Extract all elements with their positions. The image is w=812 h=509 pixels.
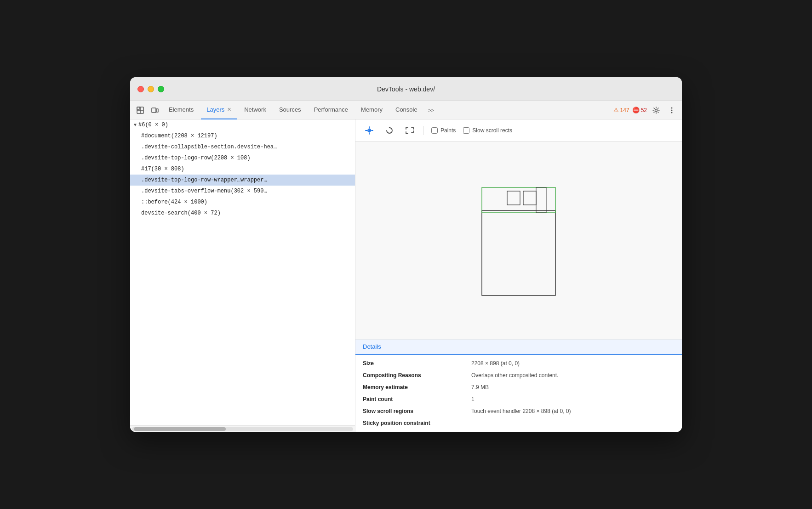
tab-console[interactable]: Console <box>390 101 423 119</box>
layer-text: .devsite-tabs-overflow-menu(302 × 590… <box>141 188 267 194</box>
details-panel: Details Size 2208 × 898 (at 0, 0) Compos… <box>355 339 682 432</box>
toolbar-separator <box>423 126 424 135</box>
layer-visualization <box>473 183 565 298</box>
maximize-button[interactable] <box>158 86 164 92</box>
traffic-lights <box>137 86 164 92</box>
layer-svg <box>473 183 565 298</box>
svg-rect-11 <box>507 191 520 205</box>
horizontal-scrollbar[interactable] <box>130 425 355 432</box>
paints-label: Paints <box>440 127 456 134</box>
scrollbar-thumb[interactable] <box>134 427 226 431</box>
tab-network[interactable]: Network <box>239 101 272 119</box>
right-panel: Paints Slow scroll rects <box>355 119 682 432</box>
svg-rect-13 <box>536 187 546 213</box>
layer-item-top-logo-row[interactable]: .devsite-top-logo-row(2208 × 108) <box>130 153 355 164</box>
layer-text: #document(2208 × 12197) <box>141 133 217 139</box>
layer-item-before[interactable]: ::before(424 × 1000) <box>130 197 355 208</box>
titlebar: DevTools - web.dev/ <box>130 77 682 101</box>
warning-badge-button[interactable]: ⚠ 147 <box>613 107 629 113</box>
rotate-tool-button[interactable] <box>383 124 396 137</box>
scrollbar-track <box>132 427 353 431</box>
svg-point-4 <box>655 109 658 111</box>
svg-rect-12 <box>523 191 536 205</box>
tab-performance[interactable]: Performance <box>309 101 354 119</box>
more-options-button[interactable] <box>665 104 678 117</box>
tab-bar: Elements Layers ✕ Network Sources Perfor… <box>130 101 682 119</box>
svg-point-7 <box>671 112 673 113</box>
tab-layers[interactable]: Layers ✕ <box>201 101 237 119</box>
inspect-icon-button[interactable] <box>134 104 147 117</box>
window-title: DevTools - web.dev/ <box>377 85 435 93</box>
devtools-content: Elements Layers ✕ Network Sources Perfor… <box>130 101 682 432</box>
svg-rect-1 <box>137 107 143 113</box>
pan-icon <box>365 126 373 135</box>
layer-text: #17(30 × 808) <box>141 166 184 172</box>
detail-value-compositing: Overlaps other composited content. <box>471 372 675 379</box>
device-toggle-button[interactable] <box>149 104 161 117</box>
slow-scroll-checkbox[interactable] <box>463 127 469 134</box>
detail-value-paint-count: 1 <box>471 396 675 402</box>
close-button[interactable] <box>137 86 144 92</box>
layer-text: .devsite-top-logo-row(2208 × 108) <box>141 155 251 161</box>
paints-checkbox[interactable] <box>431 127 438 134</box>
rotate-icon <box>385 126 394 135</box>
layer-item-collapsible[interactable]: .devsite-collapsible-section.devsite-hea… <box>130 141 355 153</box>
layer-text: devsite-search(400 × 72) <box>141 210 221 216</box>
pan-tool-button[interactable] <box>363 124 376 137</box>
svg-point-6 <box>671 109 673 111</box>
tab-elements[interactable]: Elements <box>163 101 199 119</box>
gear-icon <box>652 107 660 114</box>
tab-sources[interactable]: Sources <box>274 101 307 119</box>
error-badge-button[interactable]: ⛔ 52 <box>632 107 647 113</box>
canvas-area <box>355 141 682 339</box>
detail-label-memory: Memory estimate <box>363 384 464 390</box>
layers-panel: ▼ #6(0 × 0) #document(2208 × 12197) .dev… <box>130 119 355 432</box>
detail-label-compositing: Compositing Reasons <box>363 372 464 379</box>
tab-bar-right: ⚠ 147 ⛔ 52 <box>613 104 678 117</box>
layer-arrow: ▼ <box>134 123 137 128</box>
fit-tool-button[interactable] <box>403 124 416 137</box>
detail-value-size: 2208 × 898 (at 0, 0) <box>471 360 675 367</box>
tab-memory[interactable]: Memory <box>355 101 388 119</box>
detail-value-slow-scroll: Touch event handler 2208 × 898 (at 0, 0) <box>471 408 675 414</box>
detail-label-paint-count: Paint count <box>363 396 464 402</box>
minimize-button[interactable] <box>148 86 154 92</box>
svg-point-5 <box>671 107 673 108</box>
paints-checkbox-group[interactable]: Paints <box>431 127 456 134</box>
detail-label-size: Size <box>363 360 464 367</box>
detail-value-sticky <box>471 420 675 426</box>
error-icon: ⛔ <box>632 107 640 113</box>
layer-text: ::before(424 × 1000) <box>141 199 207 205</box>
layer-item-devsite-search[interactable]: devsite-search(400 × 72) <box>130 208 355 219</box>
layer-item-document[interactable]: #document(2208 × 12197) <box>130 130 355 141</box>
ellipsis-vertical-icon <box>668 107 675 114</box>
detail-label-slow-scroll: Slow scroll regions <box>363 408 464 414</box>
details-table: Size 2208 × 898 (at 0, 0) Compositing Re… <box>355 355 682 432</box>
canvas-toolbar: Paints Slow scroll rects <box>355 119 682 141</box>
details-header: Details <box>355 339 682 355</box>
slow-scroll-checkbox-group[interactable]: Slow scroll rects <box>463 127 512 134</box>
fit-icon <box>406 126 414 135</box>
svg-rect-9 <box>482 210 555 295</box>
detail-value-memory: 7.9 MB <box>471 384 675 390</box>
details-title: Details <box>363 343 381 350</box>
layer-text: .devsite-top-logo-row-wrapper…wrapper… <box>141 177 267 183</box>
layer-item-tabs-overflow[interactable]: .devsite-tabs-overflow-menu(302 × 590… <box>130 186 355 197</box>
warning-icon: ⚠ <box>613 107 619 113</box>
layer-item-root[interactable]: ▼ #6(0 × 0) <box>130 119 355 130</box>
svg-rect-3 <box>156 109 158 112</box>
more-tabs-button[interactable]: >> <box>425 104 438 117</box>
layer-text: #6(0 × 0) <box>138 122 168 128</box>
settings-button[interactable] <box>650 104 663 117</box>
layers-list[interactable]: ▼ #6(0 × 0) #document(2208 × 12197) .dev… <box>130 119 355 425</box>
tab-layers-close[interactable]: ✕ <box>227 107 231 113</box>
slow-scroll-label: Slow scroll rects <box>472 127 512 134</box>
detail-label-sticky: Sticky position constraint <box>363 420 464 426</box>
layer-item-17[interactable]: #17(30 × 808) <box>130 164 355 175</box>
layer-text: .devsite-collapsible-section.devsite-hea… <box>141 144 277 150</box>
devtools-window: DevTools - web.dev/ <box>130 77 682 432</box>
main-content: ▼ #6(0 × 0) #document(2208 × 12197) .dev… <box>130 119 682 432</box>
tab-bar-left: Elements Layers ✕ Network Sources Perfor… <box>134 101 438 119</box>
svg-rect-2 <box>152 108 156 113</box>
layer-item-wrapper[interactable]: .devsite-top-logo-row-wrapper…wrapper… <box>130 175 355 186</box>
